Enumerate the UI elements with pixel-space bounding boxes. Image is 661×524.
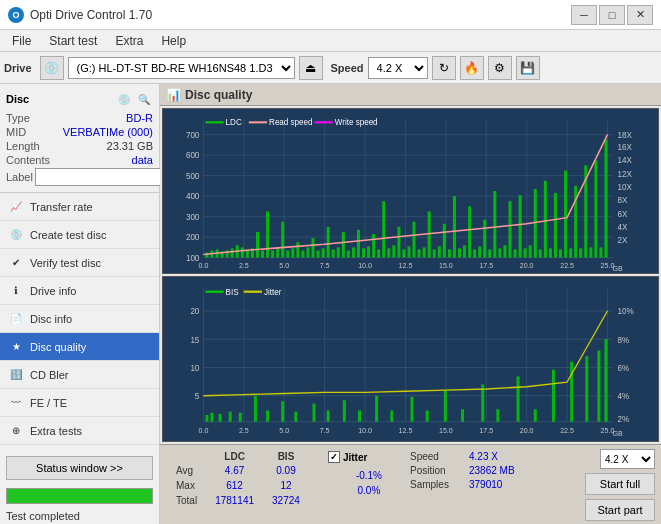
burn-button[interactable]: 🔥 (460, 56, 484, 80)
svg-text:Read speed: Read speed (269, 118, 313, 127)
sidebar-item-cd-bler[interactable]: 🔢 CD Bler (0, 361, 159, 389)
chart-header: 📊 Disc quality (160, 84, 661, 106)
svg-text:Write speed: Write speed (335, 118, 378, 127)
sidebar-item-disc-quality[interactable]: ★ Disc quality (0, 333, 159, 361)
svg-rect-191 (496, 409, 499, 421)
svg-rect-111 (529, 245, 532, 257)
svg-rect-89 (418, 249, 421, 257)
window-title: Opti Drive Control 1.70 (30, 8, 152, 22)
close-button[interactable]: ✕ (627, 5, 653, 25)
svg-rect-201 (244, 291, 262, 293)
menu-help[interactable]: Help (153, 32, 194, 50)
svg-rect-196 (585, 356, 588, 422)
svg-rect-71 (327, 227, 330, 258)
maximize-button[interactable]: □ (599, 5, 625, 25)
svg-rect-61 (276, 247, 279, 257)
total-label: Total (168, 494, 205, 507)
svg-text:15.0: 15.0 (439, 426, 453, 435)
svg-text:17.5: 17.5 (479, 426, 493, 435)
svg-rect-54 (241, 247, 244, 257)
svg-rect-176 (254, 396, 257, 422)
svg-rect-87 (407, 246, 410, 257)
start-full-button[interactable]: Start full (585, 473, 655, 495)
max-label: Max (168, 479, 205, 492)
progress-bar-fill (7, 489, 152, 503)
svg-rect-92 (433, 249, 436, 257)
sidebar-item-transfer-rate[interactable]: 📈 Transfer rate (0, 193, 159, 221)
main-area: Disc 💿 🔍 Type BD-R MID VERBATIMe (000) L… (0, 84, 661, 524)
sidebar-item-drive-info[interactable]: ℹ Drive info (0, 277, 159, 305)
svg-rect-184 (375, 396, 378, 422)
sidebar-item-extra-tests[interactable]: ⊕ Extra tests (0, 417, 159, 445)
speed-select-toolbar[interactable]: 4.2 X (368, 57, 428, 79)
svg-text:15.0: 15.0 (439, 262, 453, 270)
pos-row: Position 23862 MB (410, 465, 515, 476)
svg-rect-197 (597, 351, 600, 422)
svg-rect-188 (444, 390, 447, 422)
svg-rect-63 (286, 250, 289, 257)
position-label: Position (410, 465, 465, 476)
content-area: 📊 Disc quality (160, 84, 661, 524)
svg-rect-76 (352, 247, 355, 257)
svg-rect-174 (229, 412, 232, 422)
svg-text:15: 15 (190, 334, 199, 345)
progress-bar (6, 488, 153, 504)
jitter-checkbox[interactable]: ✓ (328, 451, 340, 463)
svg-rect-125 (599, 247, 602, 257)
svg-rect-69 (317, 250, 320, 257)
svg-text:LDC: LDC (226, 118, 242, 127)
disc-panel-icon2[interactable]: 🔍 (135, 90, 153, 108)
speed-value: 4.23 X (469, 451, 498, 462)
window-controls: ─ □ ✕ (571, 5, 653, 25)
svg-rect-186 (411, 397, 414, 422)
sidebar-item-create-test-disc[interactable]: 💿 Create test disc (0, 221, 159, 249)
sidebar: Disc 💿 🔍 Type BD-R MID VERBATIMe (000) L… (0, 84, 160, 524)
svg-text:10.0: 10.0 (358, 262, 372, 270)
btn-section: 4.2 X Start full Start part (585, 449, 655, 521)
drive-select[interactable]: (G:) HL-DT-ST BD-RE WH16NS48 1.D3 (68, 57, 295, 79)
svg-text:500: 500 (186, 172, 200, 181)
svg-text:10X: 10X (618, 183, 633, 192)
svg-text:2.5: 2.5 (239, 426, 249, 435)
sidebar-item-fe-te[interactable]: 〰 FE / TE (0, 389, 159, 417)
minimize-button[interactable]: ─ (571, 5, 597, 25)
disc-label-input[interactable] (35, 168, 168, 186)
settings-button[interactable]: ⚙ (488, 56, 512, 80)
svg-rect-64 (291, 248, 294, 257)
eject-button[interactable]: ⏏ (299, 56, 323, 80)
menu-start-test[interactable]: Start test (41, 32, 105, 50)
svg-rect-58 (261, 250, 264, 257)
status-window-button[interactable]: Status window >> (6, 456, 153, 480)
status-text: Test completed (0, 508, 159, 524)
svg-text:20: 20 (190, 306, 199, 317)
svg-rect-70 (322, 248, 325, 257)
svg-rect-109 (519, 195, 522, 258)
jitter-max-val: 0.0% (348, 484, 390, 497)
svg-text:5: 5 (195, 391, 200, 402)
svg-rect-88 (413, 222, 416, 258)
refresh-button[interactable]: ↻ (432, 56, 456, 80)
svg-text:GB: GB (613, 265, 623, 273)
jitter-checkbox-row[interactable]: ✓ Jitter (328, 451, 392, 463)
svg-text:6%: 6% (618, 362, 630, 373)
disc-panel-title: Disc (6, 93, 29, 105)
menu-file[interactable]: File (4, 32, 39, 50)
svg-rect-115 (549, 248, 552, 257)
cd-bler-icon: 🔢 (8, 367, 24, 383)
svg-rect-74 (342, 232, 345, 258)
svg-rect-126 (604, 140, 607, 258)
speed-label: Speed (410, 451, 465, 462)
svg-rect-124 (594, 160, 597, 257)
sidebar-item-disc-info[interactable]: 📄 Disc info (0, 305, 159, 333)
sidebar-item-verify-test-disc[interactable]: ✔ Verify test disc (0, 249, 159, 277)
svg-rect-62 (281, 222, 284, 258)
svg-rect-103 (488, 249, 491, 257)
save-button[interactable]: 💾 (516, 56, 540, 80)
svg-text:17.5: 17.5 (479, 262, 493, 270)
bis-header: BIS (264, 451, 308, 462)
disc-mid-row: MID VERBATIMe (000) (6, 126, 153, 138)
start-part-button[interactable]: Start part (585, 499, 655, 521)
menu-extra[interactable]: Extra (107, 32, 151, 50)
speed-select-stats[interactable]: 4.2 X (600, 449, 655, 469)
svg-text:20.0: 20.0 (520, 262, 534, 270)
